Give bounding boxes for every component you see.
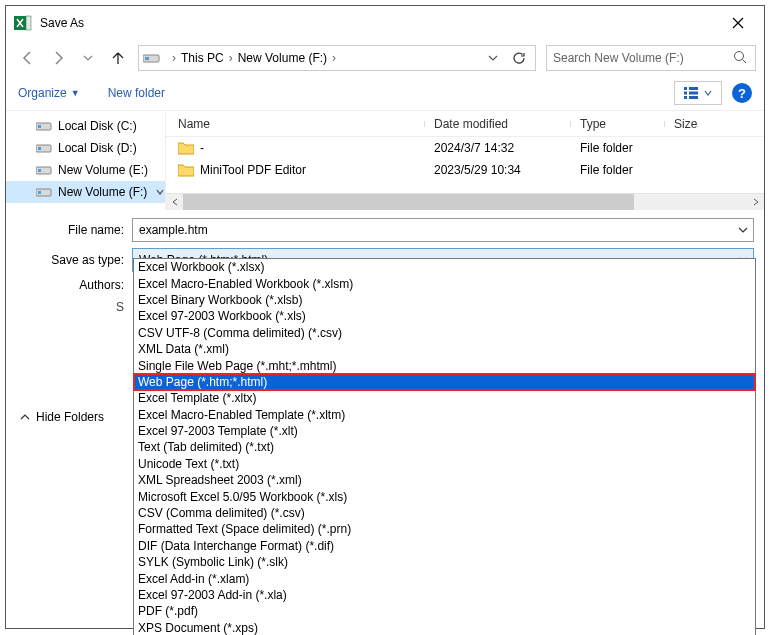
svg-rect-16 (38, 169, 41, 172)
svg-rect-1 (26, 16, 31, 30)
scroll-left-icon[interactable] (166, 194, 183, 211)
tree-item-drive-d[interactable]: Local Disk (D:) (6, 137, 165, 159)
column-name[interactable]: Name (166, 117, 424, 131)
filename-dropdown[interactable] (733, 219, 753, 241)
list-view-icon (684, 87, 698, 99)
column-headers[interactable]: Name Date modified Type Size (166, 111, 764, 137)
drive-icon (36, 120, 52, 132)
filename-label: File name: (16, 223, 132, 237)
breadcrumb-volume[interactable]: New Volume (F:)› (238, 51, 341, 65)
search-input[interactable] (553, 51, 733, 65)
file-rows: - 2024/3/7 14:32 File folder MiniTool PD… (166, 137, 764, 193)
savetype-option[interactable]: PDF (*.pdf) (134, 603, 755, 619)
drive-icon (36, 142, 52, 154)
svg-rect-8 (689, 92, 698, 95)
savetype-option[interactable]: Excel 97-2003 Workbook (*.xls) (134, 308, 755, 324)
chevron-down-icon (704, 89, 712, 97)
file-browser: Local Disk (C:) Local Disk (D:) New Volu… (6, 110, 764, 210)
savetype-option[interactable]: Excel 97-2003 Template (*.xlt) (134, 423, 755, 439)
savetype-option[interactable]: SYLK (Symbolic Link) (*.slk) (134, 554, 755, 570)
toolbar: Organize▼ New folder ? (6, 76, 764, 110)
refresh-button[interactable] (507, 46, 531, 70)
list-row[interactable]: - 2024/3/7 14:32 File folder (166, 137, 764, 159)
savetype-option[interactable]: Web Page (*.htm;*.html) (134, 374, 755, 390)
savetype-option[interactable]: Microsoft Excel 5.0/95 Workbook (*.xls) (134, 488, 755, 504)
new-folder-button[interactable]: New folder (108, 86, 165, 100)
svg-rect-9 (684, 96, 687, 99)
savetype-option[interactable]: Formatted Text (Space delimited) (*.prn) (134, 521, 755, 537)
organize-button[interactable]: Organize▼ (18, 86, 80, 100)
savetype-option[interactable]: CSV UTF-8 (Comma delimited) (*.csv) (134, 325, 755, 341)
savetype-option[interactable]: Text (Tab delimited) (*.txt) (134, 439, 755, 455)
address-bar[interactable]: › This PC› New Volume (F:)› (138, 45, 536, 71)
nav-tree[interactable]: Local Disk (C:) Local Disk (D:) New Volu… (6, 111, 166, 210)
breadcrumb-this-pc[interactable]: This PC› (181, 51, 238, 65)
savetype-label: Save as type: (16, 253, 132, 267)
drive-icon (36, 186, 52, 198)
hide-folders-button[interactable]: Hide Folders (20, 410, 104, 424)
nav-bar: › This PC› New Volume (F:)› (6, 40, 764, 76)
file-list: Name Date modified Type Size - 2024/3/7 … (166, 111, 764, 210)
svg-rect-18 (38, 191, 41, 194)
svg-rect-6 (689, 87, 698, 90)
svg-rect-7 (684, 92, 687, 95)
savetype-option[interactable]: XPS Document (*.xps) (134, 620, 755, 635)
svg-rect-12 (38, 125, 41, 128)
help-button[interactable]: ? (732, 83, 752, 103)
tree-item-drive-c[interactable]: Local Disk (C:) (6, 115, 165, 137)
folder-icon (178, 141, 194, 155)
filename-input[interactable] (139, 223, 747, 237)
drive-icon (143, 51, 161, 65)
svg-rect-3 (145, 57, 149, 60)
savetype-option[interactable]: Excel Workbook (*.xlsx) (134, 259, 755, 275)
savetype-option[interactable]: CSV (Comma delimited) (*.csv) (134, 505, 755, 521)
folder-icon (178, 163, 194, 177)
column-date[interactable]: Date modified (424, 117, 570, 131)
recent-locations-button[interactable] (74, 44, 102, 72)
savetype-option[interactable]: XML Spreadsheet 2003 (*.xml) (134, 472, 755, 488)
svg-rect-14 (38, 147, 41, 150)
filename-field[interactable] (132, 218, 754, 242)
savetype-option[interactable]: DIF (Data Interchange Format) (*.dif) (134, 538, 755, 554)
savetype-option[interactable]: Excel Add-in (*.xlam) (134, 570, 755, 586)
search-box[interactable] (546, 45, 756, 71)
svg-rect-10 (689, 96, 698, 99)
drive-icon (36, 164, 52, 176)
scrollbar-thumb[interactable] (183, 194, 634, 210)
view-options-button[interactable] (674, 81, 722, 105)
chevron-down-icon (155, 187, 165, 197)
column-type[interactable]: Type (570, 117, 664, 131)
forward-button[interactable] (44, 44, 72, 72)
savetype-option[interactable]: Excel Template (*.xltx) (134, 390, 755, 406)
save-as-dialog: Save As › This PC› New Volume (F:)› Orga… (5, 5, 765, 629)
horizontal-scrollbar[interactable] (166, 193, 764, 210)
savetype-option[interactable]: Excel Binary Workbook (*.xlsb) (134, 292, 755, 308)
window-title: Save As (40, 16, 84, 30)
column-size[interactable]: Size (664, 117, 724, 131)
scroll-right-icon[interactable] (747, 194, 764, 211)
back-button[interactable] (14, 44, 42, 72)
savetype-option[interactable]: Excel 97-2003 Add-in (*.xla) (134, 587, 755, 603)
chevron-up-icon (20, 412, 30, 422)
svg-rect-5 (684, 87, 687, 90)
svg-point-4 (735, 52, 744, 61)
address-dropdown-icon[interactable] (483, 46, 503, 70)
search-icon (733, 50, 749, 66)
savetype-option[interactable]: Single File Web Page (*.mht;*.mhtml) (134, 357, 755, 373)
savetype-option[interactable]: Excel Macro-Enabled Template (*.xltm) (134, 407, 755, 423)
savetype-option[interactable]: Excel Macro-Enabled Workbook (*.xlsm) (134, 275, 755, 291)
tree-item-drive-f[interactable]: New Volume (F:) (6, 181, 165, 203)
excel-icon (14, 14, 32, 32)
close-icon (732, 17, 744, 29)
tree-item-drive-e[interactable]: New Volume (E:) (6, 159, 165, 181)
savetype-option[interactable]: Unicode Text (*.txt) (134, 456, 755, 472)
s-label: S (16, 298, 132, 314)
list-row[interactable]: MiniTool PDF Editor 2023/5/29 10:34 File… (166, 159, 764, 181)
authors-label: Authors: (16, 278, 132, 292)
up-button[interactable] (104, 44, 132, 72)
titlebar: Save As (6, 6, 764, 40)
savetype-option[interactable]: XML Data (*.xml) (134, 341, 755, 357)
savetype-dropdown-list[interactable]: Excel Workbook (*.xlsx)Excel Macro-Enabl… (133, 258, 756, 635)
close-button[interactable] (716, 8, 760, 38)
